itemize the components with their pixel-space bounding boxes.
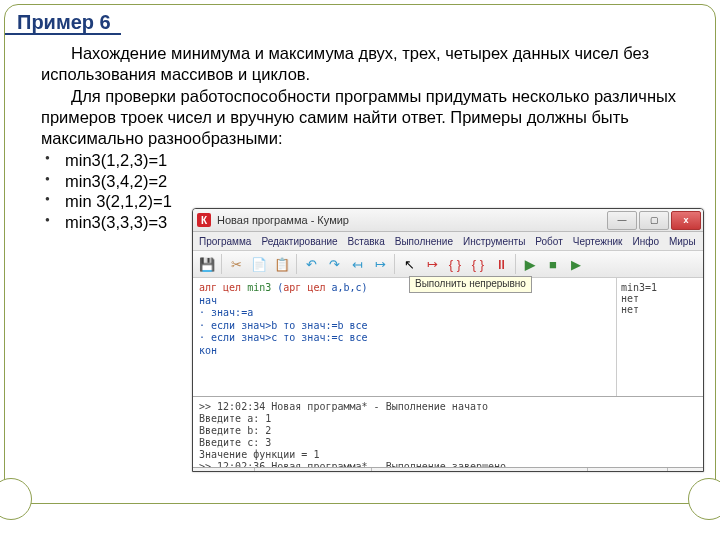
step-icon[interactable]: ↦ [422, 254, 442, 274]
console-line: Введите c: 3 [199, 437, 697, 449]
brace-open-icon[interactable]: { } [445, 254, 465, 274]
undo-icon[interactable]: ↶ [301, 254, 321, 274]
maximize-button[interactable]: ▢ [639, 211, 669, 230]
output-margin: min3=1 нет нет [616, 278, 703, 396]
console-line: >> 12:02:36 Новая программа* - Выполнени… [199, 461, 697, 468]
menu-edit[interactable]: Редактирование [261, 236, 337, 247]
statusbar: ▶ Анализ Выполнено шагов: 20 Выполнение … [193, 468, 703, 472]
run-tooltip: Выполнить непрерывно [409, 276, 532, 293]
slide-content: Нахождение минимума и максимума двух, тр… [5, 39, 715, 233]
menubar: Программа Редактирование Вставка Выполне… [193, 232, 703, 251]
redo-icon[interactable]: ↷ [324, 254, 344, 274]
status-cursor-pos: Стр: 7, Поз: 1 [588, 468, 667, 472]
toolbar: 💾 ✂ 📄 📋 ↶ ↷ ↤ ↦ ↖ ↦ { } { } ⏸ ▶ ■ ▶ [193, 251, 703, 278]
cursor-icon[interactable]: ↖ [399, 254, 419, 274]
separator [296, 254, 297, 274]
console-line: Введите b: 2 [199, 425, 697, 437]
kumir-app-window: К Новая программа - Кумир — ▢ x Программ… [192, 208, 704, 472]
code-area: алг цел min3 (арг цел a,b,c) нач · знач:… [193, 278, 703, 397]
console[interactable]: >> 12:02:34 Новая программа* - Выполнени… [193, 397, 703, 468]
status-mode: ВСТ [668, 468, 703, 472]
app-icon: К [197, 213, 211, 227]
decorative-circle [688, 478, 720, 520]
menu-worlds[interactable]: Миры [669, 236, 696, 247]
code-line: кон [199, 345, 610, 358]
menu-tools[interactable]: Инструменты [463, 236, 525, 247]
menu-info[interactable]: Инфо [632, 236, 659, 247]
menu-run[interactable]: Выполнение [395, 236, 453, 247]
separator [394, 254, 395, 274]
play-icon: ▶ [201, 471, 209, 473]
code-line: нач [199, 295, 610, 308]
indent-out-icon[interactable]: ↤ [347, 254, 367, 274]
console-line: >> 12:02:34 Новая программа* - Выполнени… [199, 401, 697, 413]
menu-robot[interactable]: Робот [535, 236, 562, 247]
resume-icon[interactable]: ▶ [566, 254, 586, 274]
cut-icon[interactable]: ✂ [226, 254, 246, 274]
example-item: min3(1,2,3)=1 [41, 150, 693, 171]
brace-close-icon[interactable]: { } [468, 254, 488, 274]
status-analysis: ▶ Анализ [193, 468, 255, 472]
separator [515, 254, 516, 274]
stop-icon[interactable]: ⏸ [491, 254, 511, 274]
paragraph-1: Нахождение минимума и максимума двух, тр… [41, 43, 693, 84]
code-editor[interactable]: алг цел min3 (арг цел a,b,c) нач · знач:… [193, 278, 616, 396]
paragraph-2: Для проверки работоспособности программы… [41, 86, 693, 148]
status-done: Выполнение завершено [372, 468, 589, 472]
copy-icon[interactable]: 📄 [249, 254, 269, 274]
console-line: Введите a: 1 [199, 413, 697, 425]
paste-icon[interactable]: 📋 [272, 254, 292, 274]
run-icon[interactable]: ▶ [520, 254, 540, 274]
status-steps: Выполнено шагов: 20 [255, 468, 372, 472]
titlebar[interactable]: К Новая программа - Кумир — ▢ x [193, 209, 703, 232]
stop-square-icon[interactable]: ■ [543, 254, 563, 274]
menu-draftsman[interactable]: Чертежник [573, 236, 623, 247]
code-line: · если знач>b то знач:=b все [199, 320, 610, 333]
minimize-button[interactable]: — [607, 211, 637, 230]
slide-title: Пример 6 [5, 7, 121, 35]
code-line: · если знач>c то знач:=c все [199, 332, 610, 345]
indent-in-icon[interactable]: ↦ [370, 254, 390, 274]
margin-line: нет [621, 304, 699, 315]
code-line: алг цел min3 (арг цел a,b,c) [199, 282, 610, 295]
close-button[interactable]: x [671, 211, 701, 230]
separator [221, 254, 222, 274]
app-title: Новая программа - Кумир [217, 214, 599, 226]
menu-insert[interactable]: Вставка [348, 236, 385, 247]
example-item: min3(3,4,2)=2 [41, 171, 693, 192]
save-icon[interactable]: 💾 [197, 254, 217, 274]
code-line: · знач:=a [199, 307, 610, 320]
margin-line: min3=1 [621, 282, 699, 293]
menu-program[interactable]: Программа [199, 236, 251, 247]
console-line: Значение функции = 1 [199, 449, 697, 461]
margin-line: нет [621, 293, 699, 304]
